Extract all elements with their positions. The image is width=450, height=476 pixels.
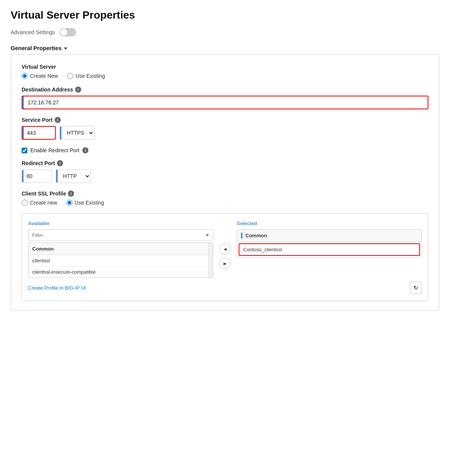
- ssl-use-existing-label: Use Existing: [75, 200, 104, 206]
- available-list-inner: Common clientssl clientssl-insecure-comp…: [28, 243, 213, 277]
- client-ssl-profile-label: Client SSL Profile i: [22, 191, 428, 197]
- ssl-use-existing-radio[interactable]: [66, 200, 72, 206]
- move-left-button[interactable]: ◀: [219, 243, 231, 255]
- list-item[interactable]: clientssl-insecure-compatible: [28, 266, 213, 277]
- redirect-port-label: Redirect Port i: [22, 160, 428, 166]
- refresh-button[interactable]: ↻: [410, 282, 422, 294]
- selected-list: Common Contoso_clientssl: [237, 229, 422, 258]
- destination-address-input-wrapper: [22, 96, 428, 109]
- redirect-protocol-select-wrapper: HTTP HTTPS FTP: [56, 169, 91, 183]
- general-properties-label: General Properties: [11, 45, 61, 51]
- client-ssl-profile-radio-group: Create new Use Existing: [22, 200, 428, 206]
- redirect-port-input[interactable]: [24, 170, 42, 182]
- general-properties-header[interactable]: General Properties: [11, 45, 439, 54]
- advanced-settings-label: Advanced Settings: [11, 29, 55, 35]
- available-group-header: Common: [28, 243, 213, 255]
- use-existing-radio[interactable]: [67, 73, 73, 79]
- enable-redirect-port-row: Enable Redirect Port i: [22, 147, 428, 153]
- use-existing-radio-option[interactable]: Use Existing: [67, 73, 105, 79]
- page-title: Virtual Server Properties: [11, 9, 439, 21]
- selected-item[interactable]: Contoso_clientssl: [239, 243, 420, 256]
- destination-address-section: Destination Address i: [22, 87, 428, 109]
- create-new-radio[interactable]: [22, 73, 28, 79]
- advanced-settings-toggle[interactable]: [60, 28, 76, 36]
- client-ssl-profile-info-icon[interactable]: i: [68, 191, 74, 197]
- selected-group-bar: [241, 233, 242, 238]
- refresh-icon: ↻: [414, 285, 418, 291]
- virtual-server-radio-group: Create New Use Existing: [22, 73, 428, 79]
- service-port-section: Service Port i HTTPS HTTP FTP SMTP SNMP: [22, 117, 428, 140]
- destination-address-info-icon[interactable]: i: [75, 87, 81, 93]
- redirect-protocol-select[interactable]: HTTP HTTPS FTP: [58, 170, 90, 183]
- properties-card: Virtual Server Create New Use Existing D…: [11, 54, 439, 311]
- redirect-port-row: HTTP HTTPS FTP: [22, 169, 428, 183]
- advanced-settings-row: Advanced Settings: [11, 28, 439, 36]
- available-group-name: Common: [32, 246, 53, 252]
- list-item[interactable]: clientssl: [28, 255, 213, 266]
- create-new-radio-option[interactable]: Create New: [22, 73, 58, 79]
- filter-input[interactable]: [28, 230, 202, 241]
- redirect-port-info-icon[interactable]: i: [57, 160, 63, 166]
- chevron-down-icon: [64, 47, 68, 50]
- enable-redirect-port-info-icon[interactable]: i: [82, 147, 88, 153]
- ssl-columns: Available ▼ Common clientssl clientssl-i…: [28, 221, 422, 278]
- use-existing-label: Use Existing: [76, 73, 105, 79]
- service-port-info-icon[interactable]: i: [55, 117, 61, 123]
- redirect-port-input-wrapper: [22, 170, 52, 183]
- selected-group-name: Common: [245, 233, 267, 238]
- ssl-profiles-container: Available ▼ Common clientssl clientssl-i…: [22, 213, 428, 301]
- service-port-label: Service Port i: [22, 117, 428, 123]
- service-port-input-wrapper: [22, 126, 56, 140]
- create-profile-link[interactable]: Create Profile in BIG-IP UI: [28, 285, 86, 291]
- selected-column: Selected Common Contoso_clientssl: [237, 221, 422, 258]
- enable-redirect-port-label: Enable Redirect Port: [30, 147, 79, 153]
- filter-row: ▼: [28, 229, 213, 241]
- destination-address-label: Destination Address i: [22, 87, 428, 93]
- client-ssl-profile-section: Client SSL Profile i Create new Use Exis…: [22, 191, 428, 206]
- virtual-server-section: Virtual Server Create New Use Existing: [22, 64, 428, 79]
- filter-icon: ▼: [202, 230, 213, 241]
- ssl-create-new-label: Create new: [30, 200, 57, 206]
- move-right-button[interactable]: ▶: [219, 258, 231, 269]
- ssl-bottom-row: Create Profile in BIG-IP UI ↻: [28, 282, 422, 294]
- ssl-use-existing-radio-option[interactable]: Use Existing: [66, 200, 104, 206]
- scrollbar: [208, 243, 213, 277]
- service-port-input[interactable]: [24, 127, 47, 139]
- protocol-select[interactable]: HTTPS HTTP FTP SMTP SNMP: [61, 126, 94, 139]
- arrows-column: ◀ ▶: [219, 221, 231, 269]
- virtual-server-label: Virtual Server: [22, 64, 428, 70]
- selected-label: Selected: [237, 221, 422, 226]
- ssl-create-new-radio-option[interactable]: Create new: [22, 200, 57, 206]
- available-list: Common clientssl clientssl-insecure-comp…: [28, 243, 213, 278]
- redirect-port-section: Redirect Port i HTTP HTTPS FTP: [22, 160, 428, 183]
- destination-address-input[interactable]: [24, 96, 428, 109]
- available-column: Available ▼ Common clientssl clientssl-i…: [28, 221, 213, 278]
- enable-redirect-port-checkbox[interactable]: [22, 148, 27, 153]
- selected-group-header: Common: [237, 230, 422, 242]
- protocol-select-wrapper: HTTPS HTTP FTP SMTP SNMP: [60, 126, 94, 140]
- ssl-create-new-radio[interactable]: [22, 200, 28, 206]
- create-new-label: Create New: [30, 73, 58, 79]
- available-label: Available: [28, 221, 213, 226]
- service-port-row: HTTPS HTTP FTP SMTP SNMP: [22, 126, 428, 140]
